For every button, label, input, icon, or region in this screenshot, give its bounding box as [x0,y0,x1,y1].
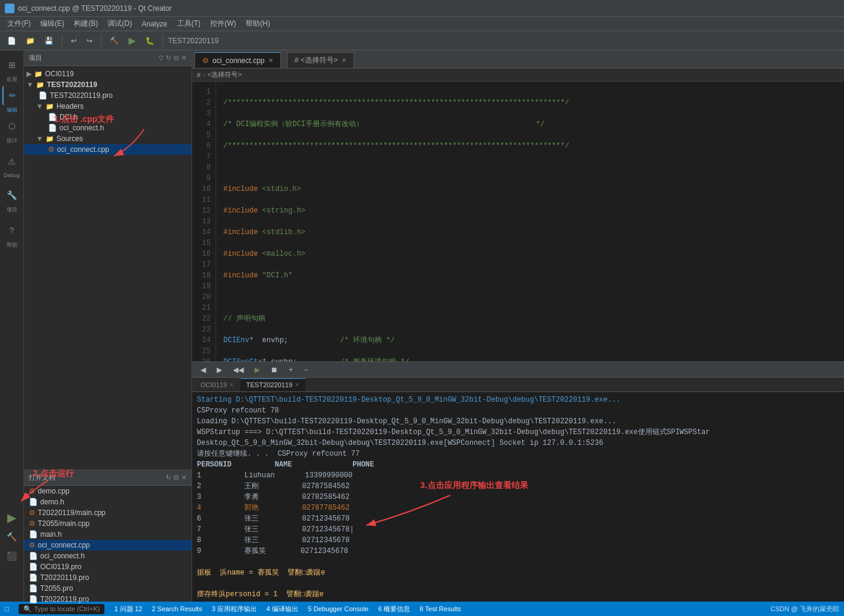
tree-item-oci-connect-cpp[interactable]: ⚙ oci_connect.cpp [24,144,191,155]
doc-item-oci0119-pro[interactable]: 📄 OCI0119.pro [24,561,191,572]
status-test-results[interactable]: 8 Test Results [420,605,461,612]
chevron-down-sources: ▼ [36,134,43,143]
output-first-button[interactable]: ◀◀ [229,364,247,376]
welcome-label: 欢迎 [7,76,17,83]
activity-project[interactable]: 🔧 项目 [2,186,22,214]
open-button[interactable]: 📁 [22,35,38,47]
line-num-17: 17 [192,259,216,270]
collapse-icon[interactable]: ⊟ [173,54,179,62]
expand-docs-icon[interactable]: ✕ [181,474,187,482]
window-title: oci_connect.cpp @ TEST20220119 - Qt Crea… [18,4,172,13]
code-content[interactable]: /***************************************… [216,82,844,361]
code-editor[interactable]: 1 2 3 4 5 6 7 8 9 10 11 12 13 14 15 16 1 [192,82,844,361]
tree-item-oci-connect-h[interactable]: 📄 oci_connect.h [24,122,191,133]
tree-item-headers[interactable]: ▼ 📁 Headers [24,101,191,112]
code-line-5: #include <stdio.h> [223,184,837,195]
build-bottom-button[interactable]: 🔨 [2,527,22,546]
tree-label-oci-h: oci_connect.h [59,124,104,132]
output-tab-label-test: TEST20220119 [246,381,292,388]
run-bottom-button[interactable]: ▶ [2,508,22,527]
output-tab-test[interactable]: TEST20220119 ✕ [240,378,306,391]
activity-debug[interactable]: ⚠ Debug [2,152,22,178]
out-line-20 [197,600,839,602]
menu-build[interactable]: 构建(B) [69,17,103,30]
close-panel-icon[interactable]: ✕ [181,54,187,62]
tree-item-dci-h[interactable]: 📄 DCI.h [24,112,191,122]
menu-analyze[interactable]: Analyze [137,19,172,29]
close-docs-icon[interactable]: ⊟ [173,474,179,482]
help-icon: ? [2,221,22,240]
doc-item-t20220119-pro[interactable]: 📄 T20220119.pro [24,572,191,583]
sync-docs-icon[interactable]: ↻ [166,474,171,482]
tab-close-symbol[interactable]: ✕ [342,57,346,64]
output-tab-oci0119[interactable]: OCI0119 ✕ [194,378,240,391]
doc-icon-1: 📄 [29,498,38,506]
sync-icon[interactable]: ↻ [166,54,171,62]
redo-button[interactable]: ↪ [83,35,96,47]
doc-icon-10: 📄 [29,595,38,603]
menu-edit[interactable]: 编辑(E) [35,17,69,30]
output-add-button[interactable]: + [285,364,297,376]
status-compile-output[interactable]: 4 编译输出 [267,605,298,614]
line-num-23: 23 [192,324,216,335]
menu-file[interactable]: 文件(F) [2,17,35,30]
status-search-box[interactable]: 🔍 Type to locate (Ctrl+K) [19,604,105,614]
debug-label: Debug [4,172,20,178]
doc-item-oci-connect-h[interactable]: 📄 oci_connect.h [24,551,191,561]
output-remove-button[interactable]: − [300,364,312,376]
stop-bottom-icon: ⬛ [2,546,22,566]
open-docs-controls: ↻ ⊟ ✕ [166,474,187,482]
output-next-button[interactable]: ▶ [213,364,226,376]
build-button[interactable]: 🔨 [106,35,122,47]
save-button[interactable]: 💾 [41,35,57,47]
out-line-19: 摆存终浜personid = 1 譬翻□袭踹e [197,589,839,600]
menu-help[interactable]: 帮助(H) [241,17,275,30]
folder-icon-test: 📁 [36,81,44,89]
doc-item-t20220119-pro2[interactable]: 📄 T20220119.pro [24,594,191,605]
menu-debug[interactable]: 调试(D) [103,17,137,30]
filter-icon[interactable]: ▽ [158,54,163,62]
menu-widgets[interactable]: 控件(W) [205,17,241,30]
activity-welcome[interactable]: ⊞ 欢迎 [2,55,22,83]
activity-help[interactable]: ? 帮助 [2,221,22,249]
doc-item-t2055-pro[interactable]: 📄 T2055.pro [24,583,191,594]
new-file-button[interactable]: 📄 [4,35,20,47]
debug-button[interactable]: 🐛 [142,35,158,47]
status-search-results[interactable]: 2 Search Results [152,605,202,612]
status-problems[interactable]: 1 问题 12 [114,605,142,614]
activity-design[interactable]: ⬡ 设计 [2,116,22,145]
undo-button[interactable]: ↩ [67,35,80,47]
out-line-6: 请按任意键继续. . . CSProxy refcount 77 [197,448,839,459]
doc-item-demo-h[interactable]: 📄 demo.h [24,497,191,507]
editor-tab-symbol[interactable]: # <选择符号> ✕ [287,52,354,68]
help-label: 帮助 [7,241,17,249]
output-content[interactable]: Starting D:\QTTEST\build-TEST20220119-De… [192,392,844,602]
doc-item-oci-connect-cpp[interactable]: ⚙ oci_connect.cpp [24,540,191,551]
status-checkbox[interactable]: □ [5,605,9,612]
status-overview[interactable]: 6 概要信息 [378,605,410,614]
tree-item-sources[interactable]: ▼ 📁 Sources [24,133,191,144]
doc-item-t20220119-main[interactable]: ⚙ T20220119/main.cpp [24,507,191,518]
output-prev-button[interactable]: ◀ [197,364,209,376]
welcome-icon: ⊞ [2,55,22,74]
output-run-button[interactable]: ▶ [251,364,264,376]
tree-item-test-pro[interactable]: 📄 TEST20220119.pro [24,90,191,101]
activity-edit[interactable]: ✏ 编辑 [2,86,22,114]
doc-item-demo-cpp[interactable]: ⚙ demo.cpp [24,486,191,497]
output-stop-button[interactable]: ⏹ [267,364,282,376]
editor-tab-oci-connect-cpp[interactable]: ⚙ oci_connect.cpp ✕ [194,52,281,68]
tree-item-oci0119[interactable]: ▶ 📁 OCI0119 [24,68,191,79]
tab-close-cpp[interactable]: ✕ [268,57,273,64]
output-tab-close-oci[interactable]: ✕ [229,382,234,388]
doc-item-main-h[interactable]: 📄 main.h [24,529,191,540]
doc-item-t2055-main[interactable]: ⚙ T2055/main.cpp [24,518,191,529]
stop-bottom-button[interactable]: ⬛ [2,546,22,566]
line-num-12: 12 [192,205,216,216]
tree-item-test20220119[interactable]: ▼ 📁 TEST20220119 [24,79,191,90]
toolbar: 📄 📁 💾 ↩ ↪ 🔨 ▶ 🐛 TEST20220119 [0,31,844,50]
status-debugger-console[interactable]: 5 Debugger Console [308,605,369,612]
status-app-output[interactable]: 3 应用程序输出 [212,605,257,614]
menu-tools[interactable]: 工具(T) [172,17,205,30]
run-button[interactable]: ▶ [125,33,139,48]
output-tab-close-test[interactable]: ✕ [295,382,300,388]
